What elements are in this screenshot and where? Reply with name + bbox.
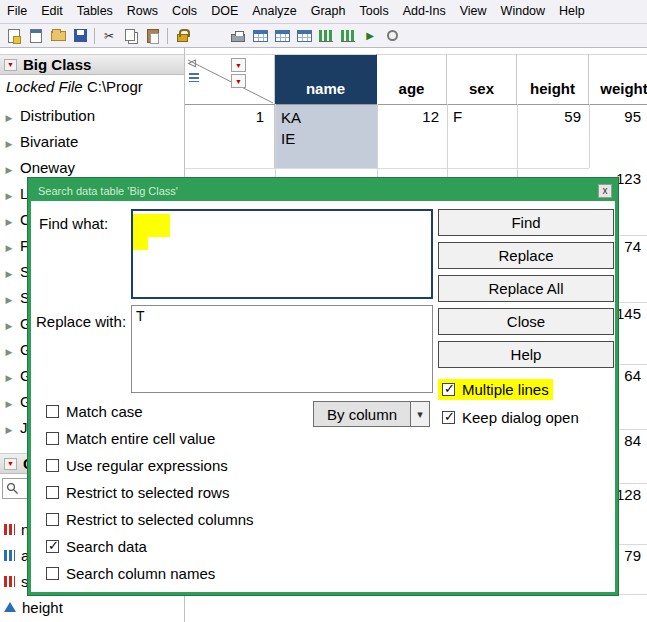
outline-item[interactable]: Bivariate [0,128,184,154]
disclosure-triangle-icon[interactable] [3,289,15,306]
checkbox[interactable] [46,459,59,472]
paste-icon[interactable] [142,26,164,46]
print-icon[interactable] [227,26,249,46]
cell-sex[interactable]: F [447,105,517,168]
checkbox-label[interactable]: Search data [66,538,147,555]
checkbox[interactable] [46,432,59,445]
rows-red-triangle-icon[interactable] [231,74,246,88]
right-checkbox-group: Multiple lines Keep dialog open [438,379,583,435]
hide-panel-icon[interactable]: ◁ [188,58,196,68]
column-header-age[interactable]: age [377,54,447,104]
checkbox-label[interactable]: Match entire cell value [66,430,215,447]
close-icon[interactable]: x [598,184,612,198]
red-triangle-menu-icon[interactable] [4,458,17,470]
checkbox[interactable] [46,540,59,553]
save-icon[interactable] [69,26,91,46]
menu-item[interactable]: Window [494,0,552,23]
menu-item[interactable]: Tables [70,0,120,23]
checkbox-label[interactable]: Search column names [66,565,215,582]
menu-item[interactable]: Graph [304,0,353,23]
new-data-table-icon[interactable] [25,26,47,46]
column-header-height[interactable]: height [517,54,589,104]
menu-item[interactable]: Add-Ins [396,0,453,23]
checkbox[interactable] [46,513,59,526]
checkbox[interactable] [46,567,59,580]
by-column-label[interactable]: By column [313,401,411,427]
toolbar-separator [167,28,168,44]
column-list-item[interactable]: height [0,594,184,620]
open-icon[interactable] [47,26,69,46]
checkbox-label[interactable]: Keep dialog open [462,409,579,426]
by-column-dropdown[interactable]: By column [313,401,430,427]
outline-item[interactable]: Distribution [0,102,184,128]
outline-item-label: Distribution [20,107,95,124]
menu-item[interactable]: Analyze [245,0,303,23]
disclosure-triangle-icon[interactable] [3,185,15,202]
table-panel-header[interactable]: Big Class [0,54,184,75]
dialog-titlebar[interactable]: Search data table 'Big Class' x [31,181,615,201]
menu-item[interactable]: Cols [165,0,204,23]
new-journal-icon[interactable] [3,26,25,46]
join-tables-icon[interactable] [293,26,315,46]
cell-age[interactable]: 12 [377,105,447,168]
menu-item[interactable]: Edit [34,0,70,23]
cut-icon[interactable]: ✂ [98,26,120,46]
disclosure-triangle-icon[interactable] [3,159,15,176]
find-what-input[interactable] [131,209,433,299]
outline-item[interactable]: Oneway [0,154,184,180]
checkbox[interactable] [442,411,455,424]
copy-icon[interactable] [120,26,142,46]
red-triangle-menu-icon[interactable] [4,59,17,71]
cell-weight[interactable]: 95 [589,105,647,168]
run-script-icon[interactable]: ▶ [359,26,381,46]
dialog-button[interactable]: Help [438,341,614,368]
column-header-name[interactable]: name [275,54,377,104]
disclosure-triangle-icon[interactable] [3,341,15,358]
disclosure-triangle-icon[interactable] [3,133,15,150]
table-corner-cell[interactable]: ◁ [185,54,275,104]
disclosure-triangle-icon[interactable] [3,107,15,124]
menu-item[interactable]: File [0,0,34,23]
menu-item[interactable]: Help [552,0,592,23]
checkbox-label[interactable]: Restrict to selected columns [66,511,254,528]
chevron-down-icon[interactable] [411,401,430,427]
checkbox-label[interactable]: Restrict to selected rows [66,484,229,501]
gear-icon[interactable] [381,26,403,46]
column-header-sex[interactable]: sex [447,54,517,104]
rows-list-icon[interactable] [189,73,199,82]
chart-icon[interactable] [337,26,359,46]
checkbox[interactable] [46,486,59,499]
replace-with-label: Replace with: [36,313,126,330]
disclosure-triangle-icon[interactable] [3,315,15,332]
disclosure-triangle-icon[interactable] [3,393,15,410]
checkbox-label[interactable]: Match case [66,403,143,420]
disclosure-triangle-icon[interactable] [3,419,15,436]
dialog-button[interactable]: Replace All [438,275,614,302]
dialog-button[interactable]: Close [438,308,614,335]
replace-with-input[interactable]: T [131,305,433,393]
menu-item[interactable]: View [453,0,494,23]
menu-item[interactable]: Rows [120,0,165,23]
menu-item[interactable]: Tools [352,0,395,23]
checkbox-label[interactable]: Multiple lines [462,381,549,398]
disclosure-triangle-icon[interactable] [3,211,15,228]
cell-name[interactable]: KA IE [275,105,377,168]
checkbox[interactable] [442,383,455,396]
lock-icon[interactable] [171,26,193,46]
dialog-button[interactable]: Replace [438,242,614,269]
summary-table-icon[interactable] [249,26,271,46]
cell-height[interactable]: 59 [517,105,589,168]
highlight-mark [133,237,148,250]
menu-item[interactable]: DOE [204,0,245,23]
row-number-cell[interactable]: 1 [185,105,275,168]
columns-red-triangle-icon[interactable] [231,58,246,72]
disclosure-triangle-icon[interactable] [3,367,15,384]
disclosure-triangle-icon[interactable] [3,237,15,254]
graph-builder-icon[interactable] [315,26,337,46]
disclosure-triangle-icon[interactable] [3,263,15,280]
checkbox[interactable] [46,405,59,418]
data-grid-icon[interactable] [271,26,293,46]
checkbox-label[interactable]: Use regular expressions [66,457,228,474]
dialog-button[interactable]: Find [438,209,614,236]
column-header-weight[interactable]: weight [589,54,647,104]
